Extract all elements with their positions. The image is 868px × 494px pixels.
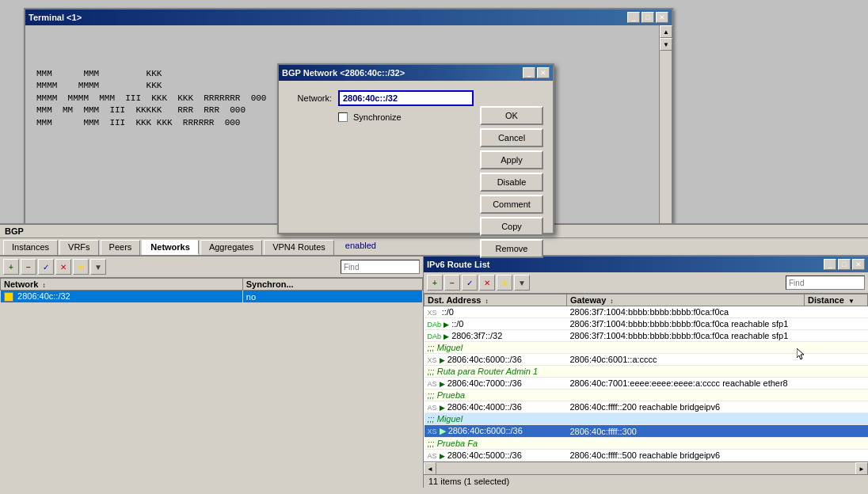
route-row[interactable]: AS ▶ 2806:40c:7000::/36 2806:40c:7001:ee…	[424, 378, 868, 390]
ipv6-disable-button[interactable]: ✕	[479, 275, 495, 291]
bgp-networks-table: Network ↕ Synchron... 2806:40c::/32 no	[0, 278, 423, 303]
cell-comment: ;;; Ruta para Router Admin 1	[424, 366, 868, 378]
network-label: Network:	[288, 93, 332, 103]
cell-type-dst: XS ▶ 2806:40c:6000::/36	[424, 354, 567, 366]
tab-instances[interactable]: Instances	[3, 240, 58, 255]
cell-comment: ;;; Miguel	[424, 342, 868, 354]
route-comment: ;;; Prueba Fa	[424, 438, 868, 450]
tab-vrfs[interactable]: VRFs	[59, 240, 99, 255]
terminal-controls: _ □ ✕	[627, 12, 668, 23]
cell-distance	[805, 318, 868, 330]
star-button[interactable]: ★	[73, 259, 89, 275]
tab-vpn4routes[interactable]: VPN4 Routes	[264, 240, 334, 255]
route-table: Dst. Address ↕ Gateway ↕ Distance ▼ XS :…	[424, 294, 868, 462]
cell-synchronize: no	[242, 291, 422, 303]
bgp-find-input[interactable]	[341, 260, 420, 274]
cell-distance	[805, 354, 868, 366]
tab-peers[interactable]: Peers	[101, 240, 141, 255]
ipv6-check-button[interactable]: ✓	[462, 275, 478, 291]
ipv6-filter-button[interactable]: ▼	[514, 275, 530, 291]
route-row[interactable]: XS ▶ 2806:40c:6000::/36 2806:40c:6001::a…	[424, 354, 868, 366]
cell-gateway: 2806:40c:7001:eeee:eeee:eeee:a:cccc reac…	[567, 378, 805, 390]
cancel-button[interactable]: Cancel	[480, 128, 543, 147]
bgp-dialog-controls: _ ✕	[523, 67, 550, 78]
cell-gateway: 2806:40c:ffff::200 reachable bridgeipv6	[567, 401, 805, 413]
cell-type-dst: XS ::/0	[424, 306, 567, 318]
network-input[interactable]	[338, 90, 474, 106]
ipv6-remove-button[interactable]: −	[444, 275, 460, 291]
copy-button[interactable]: Copy	[480, 217, 543, 236]
ipv6-find-input[interactable]	[786, 276, 865, 290]
terminal-title: Terminal <1>	[29, 13, 82, 22]
apply-button[interactable]: Apply	[480, 150, 543, 169]
scroll-right[interactable]: ►	[855, 462, 868, 475]
scroll-left[interactable]: ◄	[424, 462, 436, 475]
bgp-dialog-minimize[interactable]: _	[523, 67, 535, 78]
cell-type-dst: DAb ▶ 2806:3f7::/32	[424, 330, 567, 342]
scroll-up-arrow[interactable]: ▲	[660, 25, 672, 38]
route-comment: ;;; Ruta para Router Admin 1	[424, 366, 868, 378]
ipv6-titlebar: IPv6 Route List _ □ ✕	[424, 256, 868, 272]
ipv6-controls: _ □ ✕	[824, 259, 865, 270]
ok-button[interactable]: OK	[480, 106, 543, 125]
col-network[interactable]: Network ↕	[1, 279, 243, 291]
cell-distance	[805, 378, 868, 390]
close-button[interactable]: ✕	[656, 12, 668, 23]
table-row[interactable]: 2806:40c::/32 no	[1, 291, 423, 303]
synchronize-checkbox[interactable]	[338, 112, 348, 122]
ipv6-add-button[interactable]: +	[427, 275, 443, 291]
terminal-scrollbar[interactable]: ▲ ▼	[659, 25, 672, 228]
route-row[interactable]: AS ▶ 2806:40c:4000::/36 2806:40c:ffff::2…	[424, 401, 868, 413]
col-synchronize[interactable]: Synchron...	[242, 279, 422, 291]
remove-button[interactable]: −	[21, 259, 36, 275]
disable-button[interactable]: Disable	[480, 173, 543, 192]
synchronize-row: Synchronize	[288, 112, 474, 122]
network-icon	[4, 292, 13, 302]
minimize-button[interactable]: _	[627, 12, 640, 23]
ipv6-maximize[interactable]: □	[838, 259, 851, 270]
cell-gateway: 2806:40c:6001::a:cccc	[567, 354, 805, 366]
cell-distance	[805, 401, 868, 413]
route-row[interactable]: DAb ▶ 2806:3f7::/32 2806:3f7:1004:bbbb:b…	[424, 330, 868, 342]
ipv6-toolbar: + − ✓ ✕ ★ ▼	[424, 272, 868, 294]
bgp-dialog-close[interactable]: ✕	[537, 67, 550, 78]
cell-type-dst: AS ▶ 2806:40c:4000::/36	[424, 401, 567, 413]
bgp-toolbar: + − ✓ ✕ ★ ▼	[0, 256, 423, 278]
route-comment: ;;; Miguel	[424, 342, 868, 354]
cell-distance	[805, 330, 868, 342]
terminal-titlebar: Terminal <1> _ □ ✕	[25, 10, 672, 25]
cell-gateway: 2806:3f7:1004:bbbb:bbbb:bbbb:f0ca:f0ca r…	[567, 318, 805, 330]
comment-button[interactable]: Comment	[480, 195, 543, 214]
ipv6-minimize[interactable]: _	[824, 259, 836, 270]
route-row[interactable]: XS ::/0 2806:3f7:1004:bbbb:bbbb:bbbb:f0c…	[424, 306, 868, 318]
cell-type-dst: AS ▶ 2806:40c:7000::/36	[424, 378, 567, 390]
bgp-dialog-title: BGP Network <2806:40c::/32>	[282, 68, 405, 78]
add-button[interactable]: +	[3, 259, 19, 275]
tab-bar: Instances VRFs Peers Networks Aggregates…	[0, 238, 868, 256]
cell-gateway: 2806:3f7:1004:bbbb:bbbb:bbbb:f0ca:f0ca r…	[567, 330, 805, 342]
route-row[interactable]: AS ▶ 2806:40c:5000::/36 2806:40c:ffff::5…	[424, 450, 868, 462]
ipv6-status-bar: 11 items (1 selected)	[424, 474, 868, 488]
col-dst[interactable]: Dst. Address ↕	[424, 294, 567, 306]
scroll-down-arrow[interactable]: ▼	[660, 38, 672, 51]
maximize-button[interactable]: □	[641, 12, 654, 23]
tab-aggregates[interactable]: Aggregates	[200, 240, 262, 255]
route-row-selected[interactable]: XS ▶ 2806:40c:6000::/36 2806:40c:ffff::3…	[424, 425, 868, 438]
ipv6-hscrollbar[interactable]: ◄ ►	[424, 462, 868, 474]
col-distance[interactable]: Distance ▼	[805, 294, 868, 306]
tab-networks[interactable]: Networks	[142, 240, 199, 255]
cell-type-dst: DAb ▶ ::/0	[424, 318, 567, 330]
check-button[interactable]: ✓	[38, 259, 54, 275]
ipv6-star-button[interactable]: ★	[497, 275, 512, 291]
col-gateway[interactable]: Gateway ↕	[567, 294, 805, 306]
cell-distance	[805, 425, 868, 438]
disable-toolbar-button[interactable]: ✕	[55, 259, 71, 275]
enabled-badge: enabled	[342, 240, 379, 255]
cell-gateway: 2806:3f7:1004:bbbb:bbbb:bbbb:f0ca:f0ca	[567, 306, 805, 318]
ipv6-close[interactable]: ✕	[852, 259, 865, 270]
bgp-panel: BGP Instances VRFs Peers Networks Aggreg…	[0, 223, 868, 494]
remove-button[interactable]: Remove	[480, 239, 543, 258]
cell-distance	[805, 450, 868, 462]
route-row[interactable]: DAb ▶ ::/0 2806:3f7:1004:bbbb:bbbb:bbbb:…	[424, 318, 868, 330]
filter-button[interactable]: ▼	[90, 259, 106, 275]
